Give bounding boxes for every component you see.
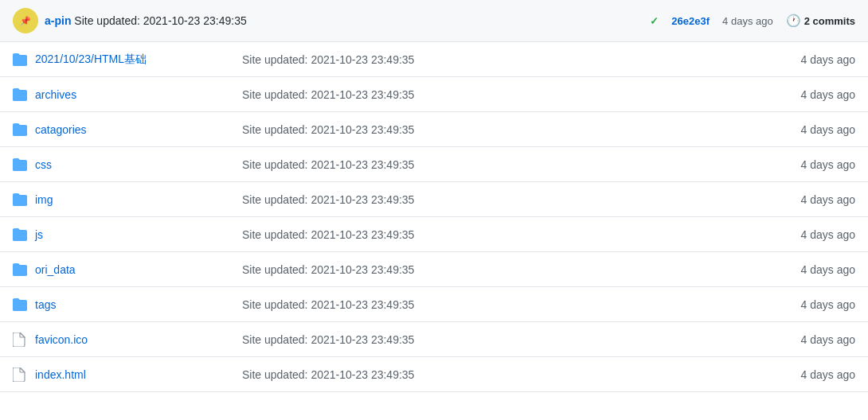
file-icon (13, 332, 35, 347)
table-row: catagoriesSite updated: 2021-10-23 23:49… (0, 112, 868, 147)
history-icon: 🕐 (786, 14, 801, 28)
commits-count: 2 commits (804, 15, 855, 27)
folder-icon (13, 88, 35, 101)
check-icon: ✓ (650, 15, 659, 27)
file-commit-message: Site updated: 2021-10-23 23:49:35 (242, 158, 760, 171)
file-name[interactable]: archives (35, 88, 76, 101)
file-name[interactable]: ori_data (35, 263, 76, 276)
folder-icon (13, 263, 35, 276)
table-row: imgSite updated: 2021-10-23 23:49:354 da… (0, 182, 868, 217)
repo-title: a-pin Site updated: 2021-10-23 23:49:35 (45, 14, 247, 27)
file-time-ago: 4 days ago (760, 263, 855, 276)
folder-icon (13, 123, 35, 136)
table-row: index.htmlSite updated: 2021-10-23 23:49… (0, 357, 868, 392)
file-time-ago: 4 days ago (760, 228, 855, 241)
file-commit-message: Site updated: 2021-10-23 23:49:35 (242, 368, 760, 381)
file-time-ago: 4 days ago (760, 298, 855, 311)
file-commit-message: Site updated: 2021-10-23 23:49:35 (242, 123, 760, 136)
file-time-ago: 4 days ago (760, 88, 855, 101)
svg-text:📌: 📌 (20, 15, 31, 26)
file-commit-message: Site updated: 2021-10-23 23:49:35 (242, 193, 760, 206)
commits-link[interactable]: 🕐 2 commits (786, 14, 855, 28)
file-time-ago: 4 days ago (760, 368, 855, 381)
header-left: 📌 a-pin Site updated: 2021-10-23 23:49:3… (13, 8, 247, 33)
file-list: 2021/10/23/HTML基础Site updated: 2021-10-2… (0, 42, 868, 392)
folder-icon (13, 193, 35, 206)
file-commit-message: Site updated: 2021-10-23 23:49:35 (242, 228, 760, 241)
table-row: archivesSite updated: 2021-10-23 23:49:3… (0, 77, 868, 112)
commit-message: Site updated: 2021-10-23 23:49:35 (74, 14, 246, 27)
file-commit-message: Site updated: 2021-10-23 23:49:35 (242, 53, 760, 66)
file-name[interactable]: index.html (35, 368, 86, 381)
file-commit-message: Site updated: 2021-10-23 23:49:35 (242, 298, 760, 311)
folder-icon (13, 298, 35, 311)
table-row: 2021/10/23/HTML基础Site updated: 2021-10-2… (0, 42, 868, 77)
folder-icon (13, 158, 35, 171)
file-name[interactable]: tags (35, 298, 56, 311)
file-commit-message: Site updated: 2021-10-23 23:49:35 (242, 263, 760, 276)
commit-hash[interactable]: 26e2e3f (671, 15, 710, 27)
file-time-ago: 4 days ago (760, 158, 855, 171)
table-row: cssSite updated: 2021-10-23 23:49:354 da… (0, 147, 868, 182)
file-time-ago: 4 days ago (760, 193, 855, 206)
table-row: ori_dataSite updated: 2021-10-23 23:49:3… (0, 252, 868, 287)
file-name[interactable]: 2021/10/23/HTML基础 (35, 52, 147, 65)
repo-header: 📌 a-pin Site updated: 2021-10-23 23:49:3… (0, 0, 868, 42)
file-name[interactable]: img (35, 193, 53, 206)
avatar: 📌 (13, 8, 38, 33)
table-row: favicon.icoSite updated: 2021-10-23 23:4… (0, 322, 868, 357)
file-name[interactable]: js (35, 228, 43, 241)
file-time-ago: 4 days ago (760, 123, 855, 136)
file-icon (13, 368, 35, 382)
file-commit-message: Site updated: 2021-10-23 23:49:35 (242, 88, 760, 101)
table-row: tagsSite updated: 2021-10-23 23:49:354 d… (0, 287, 868, 322)
table-row: jsSite updated: 2021-10-23 23:49:354 day… (0, 217, 868, 252)
header-right: ✓ 26e2e3f 4 days ago 🕐 2 commits (650, 14, 855, 28)
file-time-ago: 4 days ago (760, 53, 855, 66)
file-time-ago: 4 days ago (760, 333, 855, 346)
file-commit-message: Site updated: 2021-10-23 23:49:35 (242, 333, 760, 346)
folder-icon (13, 228, 35, 241)
file-name[interactable]: css (35, 158, 52, 171)
folder-icon (13, 53, 35, 66)
file-name[interactable]: catagories (35, 123, 87, 136)
file-name[interactable]: favicon.ico (35, 333, 88, 346)
header-time-ago: 4 days ago (722, 15, 773, 27)
author-name[interactable]: a-pin (45, 14, 71, 27)
